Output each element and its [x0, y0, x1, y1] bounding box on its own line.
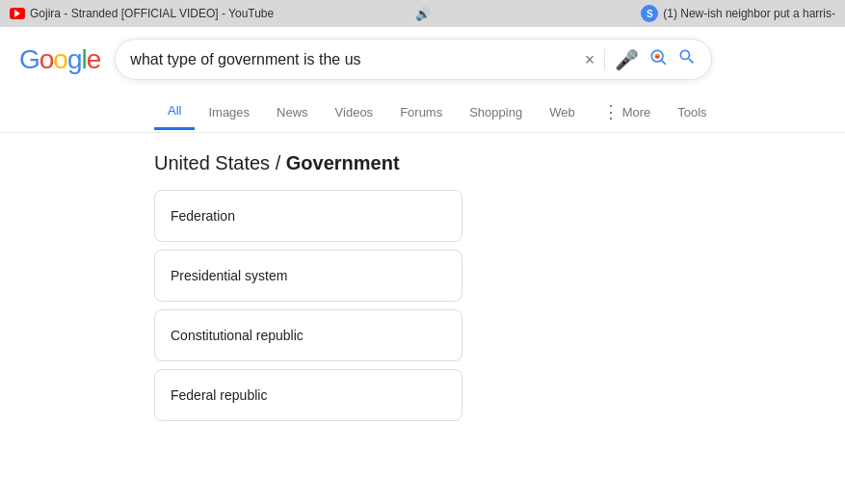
browser-tab-left-text: Gojira - Stranded [OFFICIAL VIDEO] - You…	[30, 7, 274, 20]
tab-all[interactable]: All	[154, 93, 195, 130]
more-dots-icon: ⋮	[602, 101, 620, 122]
search-bar: × 🎤	[115, 39, 712, 80]
youtube-icon	[10, 8, 25, 19]
breadcrumb-plain: United States /	[154, 152, 286, 173]
tab-news[interactable]: News	[263, 95, 322, 129]
tab-videos[interactable]: Videos	[322, 95, 387, 129]
browser-bar: Gojira - Stranded [OFFICIAL VIDEO] - You…	[0, 0, 845, 27]
breadcrumb-bold: Government	[286, 152, 400, 173]
tools-button[interactable]: Tools	[664, 95, 720, 129]
google-header: Google × 🎤	[0, 27, 845, 92]
nav-tabs: All Images News Videos Forums Shopping W…	[0, 92, 845, 133]
google-logo[interactable]: Google	[19, 44, 100, 75]
svg-line-2	[662, 60, 666, 64]
microphone-icon[interactable]: 🎤	[615, 48, 639, 71]
divider	[604, 49, 605, 70]
search-button-icon[interactable]	[677, 47, 697, 71]
s-avatar-icon: S	[641, 5, 658, 22]
tab-more[interactable]: ⋮ More	[589, 92, 665, 132]
tab-images[interactable]: Images	[195, 95, 263, 129]
browser-tab-left: Gojira - Stranded [OFFICIAL VIDEO] - You…	[10, 7, 396, 20]
tab-web[interactable]: Web	[536, 95, 589, 129]
browser-tab-right: S (1) New-ish neighbor put a harris-	[450, 5, 836, 22]
main-content: United States / Government Federation Pr…	[0, 133, 845, 440]
card-federation[interactable]: Federation	[154, 190, 462, 242]
government-cards: Federation Presidential system Constitut…	[154, 190, 462, 421]
card-presidential-system[interactable]: Presidential system	[154, 250, 462, 302]
google-lens-icon[interactable]	[648, 47, 668, 71]
card-constitutional-republic[interactable]: Constitutional republic	[154, 309, 462, 361]
clear-icon[interactable]: ×	[585, 51, 595, 68]
speaker-icon: 🔊	[415, 7, 431, 21]
browser-tab-right-text: (1) New-ish neighbor put a harris-	[663, 7, 835, 20]
tab-forums[interactable]: Forums	[386, 95, 456, 129]
card-federal-republic[interactable]: Federal republic	[154, 369, 462, 421]
search-input[interactable]	[130, 51, 574, 68]
search-bar-wrap: × 🎤	[115, 39, 712, 80]
result-title: United States / Government	[154, 152, 826, 174]
tab-shopping[interactable]: Shopping	[456, 95, 536, 129]
